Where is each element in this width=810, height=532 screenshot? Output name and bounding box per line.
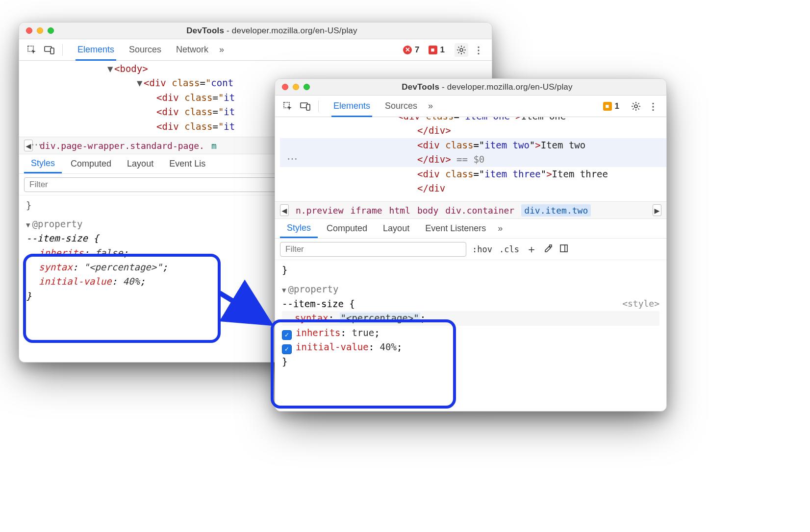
window-title: DevTools - developer.mozilla.org/en-US/p… bbox=[59, 26, 485, 36]
dom-tag[interactable]: <body> bbox=[114, 63, 148, 74]
source-link[interactable]: <style> bbox=[622, 297, 659, 311]
minimize-icon[interactable] bbox=[37, 27, 43, 34]
panel-tabs: Elements Sources » bbox=[327, 96, 436, 117]
breadcrumb-item[interactable]: html bbox=[389, 205, 410, 216]
styles-pane[interactable]: } ▼@property <style> --item-size { synta… bbox=[275, 260, 666, 376]
subtab-computed[interactable]: Computed bbox=[64, 154, 118, 173]
subtab-styles[interactable]: Styles bbox=[280, 219, 318, 238]
tree-ellipsis-icon[interactable]: ⋯ bbox=[31, 138, 43, 151]
svg-rect-2 bbox=[51, 48, 54, 54]
window-title: DevTools - developer.mozilla.org/en-US/p… bbox=[315, 82, 659, 92]
breadcrumb-item[interactable]: div.page-wrapper.standard-page. bbox=[40, 141, 204, 151]
settings-icon[interactable] bbox=[455, 43, 468, 57]
tab-sources[interactable]: Sources bbox=[378, 96, 424, 117]
svg-line-22 bbox=[633, 108, 634, 109]
issue-icon: ■ bbox=[603, 102, 612, 111]
svg-rect-25 bbox=[560, 245, 567, 252]
at-rule[interactable]: @property bbox=[32, 218, 82, 229]
close-icon[interactable] bbox=[26, 27, 32, 34]
svg-line-11 bbox=[464, 47, 465, 48]
svg-line-27 bbox=[220, 293, 270, 323]
selector[interactable]: --item-size bbox=[26, 233, 88, 243]
styles-subtabs: Styles Computed Layout Event Listeners » bbox=[275, 219, 666, 239]
breadcrumb-right-icon[interactable]: ▶ bbox=[653, 204, 661, 216]
at-rule[interactable]: @property bbox=[288, 284, 338, 294]
inspect-icon[interactable] bbox=[281, 99, 295, 113]
panel-tabs: Elements Sources Network » bbox=[71, 39, 227, 60]
breadcrumb-item[interactable]: n.preview bbox=[296, 205, 344, 216]
inspect-icon[interactable] bbox=[25, 43, 39, 57]
subtab-layout[interactable]: Layout bbox=[120, 154, 160, 173]
device-toggle-icon[interactable] bbox=[43, 43, 56, 57]
titlebar[interactable]: DevTools - developer.mozilla.org/en-US/p… bbox=[275, 79, 666, 96]
hov-toggle[interactable]: :hov bbox=[472, 244, 492, 254]
minimize-icon[interactable] bbox=[293, 84, 299, 90]
traffic-lights bbox=[26, 27, 54, 34]
tab-network[interactable]: Network bbox=[169, 39, 215, 60]
error-icon: ✕ bbox=[403, 46, 412, 54]
new-rule-icon[interactable]: ＋ bbox=[526, 242, 537, 257]
selected-node[interactable]: <div class="item two">Item two bbox=[280, 138, 666, 152]
maximize-icon[interactable] bbox=[304, 84, 310, 90]
devtools-window-front: DevTools - developer.mozilla.org/en-US/p… bbox=[275, 78, 667, 411]
tab-elements[interactable]: Elements bbox=[327, 96, 377, 117]
svg-line-9 bbox=[464, 52, 465, 53]
svg-point-3 bbox=[460, 48, 463, 51]
svg-line-21 bbox=[638, 108, 639, 109]
svg-line-23 bbox=[638, 103, 639, 104]
error-count: 7 bbox=[415, 45, 419, 55]
tree-ellipsis-icon[interactable]: ⋯ bbox=[287, 152, 299, 165]
title-url: developer.mozilla.org/en-US/play bbox=[232, 26, 357, 35]
tab-sources[interactable]: Sources bbox=[122, 39, 168, 60]
subtab-computed[interactable]: Computed bbox=[320, 219, 374, 238]
svg-rect-24 bbox=[550, 245, 552, 247]
close-icon[interactable] bbox=[282, 84, 288, 90]
breadcrumb-left-icon[interactable]: ◀ bbox=[280, 204, 289, 216]
titlebar[interactable]: DevTools - developer.mozilla.org/en-US/p… bbox=[19, 23, 492, 39]
svg-rect-14 bbox=[306, 104, 310, 110]
more-tabs-icon[interactable]: » bbox=[216, 45, 227, 55]
subtab-event-listeners[interactable]: Event Lis bbox=[162, 154, 212, 173]
more-tabs-icon[interactable]: » bbox=[425, 101, 436, 111]
warning-count: 1 bbox=[440, 45, 445, 55]
elements-tree[interactable]: <div class="item one">Item one </div> <d… bbox=[275, 117, 666, 201]
breadcrumb-item[interactable]: iframe bbox=[351, 205, 382, 216]
error-counter[interactable]: ✕ 7 bbox=[403, 45, 419, 55]
panel-layout-icon[interactable] bbox=[559, 244, 568, 255]
subtab-layout[interactable]: Layout bbox=[376, 219, 416, 238]
tab-elements[interactable]: Elements bbox=[71, 39, 121, 60]
subtab-event-listeners[interactable]: Event Listeners bbox=[418, 219, 493, 238]
title-prefix: DevTools bbox=[186, 26, 224, 35]
subtab-styles[interactable]: Styles bbox=[24, 154, 62, 173]
device-toggle-icon[interactable] bbox=[299, 99, 312, 113]
svg-point-15 bbox=[634, 105, 637, 108]
cls-toggle[interactable]: .cls bbox=[499, 244, 519, 254]
main-toolbar: Elements Sources Network » ✕ 7 ■ 1 ⋯ bbox=[19, 39, 492, 61]
issue-icon: ■ bbox=[429, 46, 437, 54]
maximize-icon[interactable] bbox=[48, 27, 54, 34]
more-menu-icon[interactable]: ⋯ bbox=[647, 99, 660, 113]
breadcrumb-item[interactable]: m bbox=[211, 141, 217, 151]
more-menu-icon[interactable]: ⋯ bbox=[472, 43, 486, 57]
warning-counter[interactable]: ■ 1 bbox=[429, 45, 445, 55]
filter-tools: :hov .cls ＋ bbox=[472, 242, 568, 257]
svg-line-20 bbox=[633, 103, 634, 104]
settings-icon[interactable] bbox=[629, 99, 643, 113]
breadcrumb-item-selected[interactable]: div.item.two bbox=[521, 204, 591, 217]
svg-line-10 bbox=[458, 52, 459, 53]
main-toolbar: Elements Sources » ■ 1 ⋯ bbox=[275, 96, 666, 117]
more-subtabs-icon[interactable]: » bbox=[495, 223, 506, 234]
svg-line-8 bbox=[458, 47, 459, 48]
warning-counter[interactable]: ■ 1 bbox=[603, 101, 619, 111]
annotation-arrow-icon bbox=[216, 284, 284, 343]
filter-input[interactable] bbox=[280, 242, 466, 257]
filter-bar: :hov .cls ＋ bbox=[275, 239, 666, 260]
breadcrumb-item[interactable]: body bbox=[417, 205, 438, 216]
traffic-lights bbox=[282, 84, 310, 90]
breadcrumb-bar: ◀ n.preview iframe html body div.contain… bbox=[275, 201, 666, 219]
breadcrumb-item[interactable]: div.container bbox=[445, 205, 514, 216]
brush-icon[interactable] bbox=[544, 244, 553, 255]
rule-toggle-checkbox[interactable]: ✓ bbox=[282, 344, 292, 354]
selector[interactable]: --item-size bbox=[282, 298, 344, 309]
